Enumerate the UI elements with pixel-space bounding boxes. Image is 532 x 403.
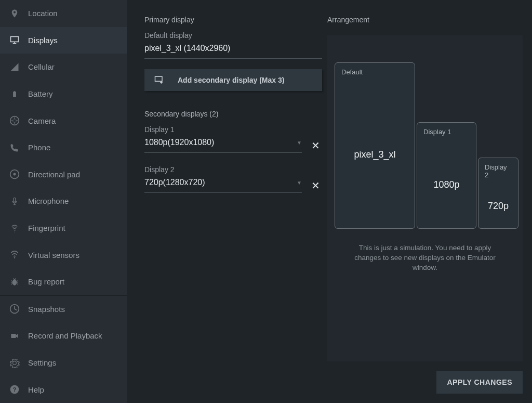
sidebar-item-label: Bug report bbox=[28, 277, 64, 286]
display2-label: Display 2 bbox=[144, 165, 322, 174]
svg-rect-5 bbox=[11, 334, 16, 338]
sidebar-item-bugreport[interactable]: Bug report bbox=[0, 268, 127, 295]
arrangement-display-label: 1080p bbox=[417, 141, 476, 228]
sidebar-item-label: Directional pad bbox=[28, 170, 80, 179]
sidebar-item-settings[interactable]: Settings bbox=[0, 349, 127, 376]
snapshots-icon bbox=[8, 303, 21, 315]
add-display-label: Add secondary display (Max 3) bbox=[178, 76, 284, 84]
sidebar-item-record[interactable]: Record and Playback bbox=[0, 322, 127, 349]
sidebar-item-label: Fingerprint bbox=[28, 224, 65, 232]
display2-row: 720p(1280x720) ▼ ✕ bbox=[144, 178, 322, 193]
sidebar-item-help[interactable]: ? Help bbox=[0, 376, 127, 403]
sidebar-item-label: Help bbox=[28, 385, 44, 394]
displays-icon bbox=[8, 34, 21, 46]
fingerprint-icon bbox=[8, 222, 21, 235]
arrangement-display-title: Display 2 bbox=[478, 158, 518, 184]
svg-rect-8 bbox=[155, 76, 163, 81]
sensors-icon bbox=[8, 249, 21, 261]
sidebar-item-label: Location bbox=[28, 9, 58, 18]
arrangement-display-2[interactable]: Display 2 720p bbox=[478, 158, 518, 229]
primary-display-header: Primary display bbox=[144, 16, 322, 24]
display1-select[interactable]: 1080p(1920x1080) ▼ bbox=[144, 138, 302, 153]
chevron-down-icon: ▼ bbox=[297, 180, 302, 186]
arrangement-display-1[interactable]: Display 1 1080p bbox=[417, 122, 476, 229]
sidebar-item-label: Displays bbox=[28, 36, 58, 45]
display2-select[interactable]: 720p(1280x720) ▼ bbox=[144, 178, 302, 193]
location-icon bbox=[8, 7, 21, 20]
simulation-note: This is just a simulation. You need to a… bbox=[335, 243, 515, 273]
svg-point-3 bbox=[14, 257, 16, 259]
remove-display1-button[interactable]: ✕ bbox=[309, 139, 322, 152]
help-icon: ? bbox=[8, 383, 21, 396]
arrangement-canvas: Default pixel_3_xl Display 1 1080p Displ… bbox=[335, 46, 515, 243]
microphone-icon bbox=[8, 195, 21, 207]
sidebar-item-label: Camera bbox=[28, 116, 56, 125]
default-display-label: Default display bbox=[144, 31, 322, 40]
svg-point-2 bbox=[14, 173, 16, 176]
sidebar-item-sensors[interactable]: Virtual sensors bbox=[0, 241, 127, 268]
left-panel: Primary display Default display pixel_3_… bbox=[144, 16, 322, 394]
right-panel: Arrangement Default pixel_3_xl Display 1… bbox=[327, 16, 523, 394]
sidebar-item-label: Microphone bbox=[28, 197, 69, 205]
sidebar-item-displays[interactable]: Displays bbox=[0, 27, 127, 54]
display1-value: 1080p(1920x1080) bbox=[144, 138, 214, 147]
display2-value: 720p(1280x720) bbox=[144, 178, 205, 187]
arrangement-display-label: pixel_3_xl bbox=[335, 81, 415, 228]
default-display-value: pixel_3_xl (1440x2960) bbox=[144, 44, 322, 59]
arrangement-display-title: Display 1 bbox=[417, 123, 476, 141]
gear-icon bbox=[8, 357, 21, 369]
arrangement-box: Default pixel_3_xl Display 1 1080p Displ… bbox=[327, 35, 523, 361]
sidebar-item-dpad[interactable]: Directional pad bbox=[0, 161, 127, 188]
record-icon bbox=[8, 330, 21, 342]
sidebar-item-label: Virtual sensors bbox=[28, 251, 79, 259]
sidebar-item-camera[interactable]: Camera bbox=[0, 107, 127, 134]
cellular-icon bbox=[8, 61, 21, 73]
arrangement-display-title: Default bbox=[335, 63, 415, 81]
sidebar-item-label: Settings bbox=[28, 358, 56, 367]
apply-changes-button[interactable]: APPLY CHANGES bbox=[436, 371, 523, 394]
apply-row: APPLY CHANGES bbox=[327, 371, 523, 394]
sidebar-item-snapshots[interactable]: Snapshots bbox=[0, 296, 127, 323]
arrangement-display-label: 720p bbox=[478, 184, 518, 228]
sidebar-item-phone[interactable]: Phone bbox=[0, 134, 127, 161]
camera-icon bbox=[8, 114, 21, 127]
arrangement-header: Arrangement bbox=[327, 16, 523, 24]
secondary-displays-header: Secondary displays (2) bbox=[144, 110, 322, 118]
sidebar-item-cellular[interactable]: Cellular bbox=[0, 54, 127, 81]
sidebar-item-label: Snapshots bbox=[28, 305, 65, 314]
display1-row: 1080p(1920x1080) ▼ ✕ bbox=[144, 138, 322, 153]
arrangement-display-default[interactable]: Default pixel_3_xl bbox=[335, 62, 415, 229]
add-secondary-display-button[interactable]: Add secondary display (Max 3) bbox=[144, 69, 322, 91]
svg-text:?: ? bbox=[12, 386, 16, 393]
sidebar-item-battery[interactable]: Battery bbox=[0, 81, 127, 108]
sidebar-item-label: Record and Playback bbox=[28, 331, 102, 340]
sidebar-item-label: Cellular bbox=[28, 62, 55, 71]
add-display-icon bbox=[154, 75, 164, 85]
bug-icon bbox=[8, 276, 21, 288]
phone-icon bbox=[8, 141, 21, 154]
sidebar-item-label: Phone bbox=[28, 143, 50, 152]
sidebar-item-label: Battery bbox=[28, 89, 53, 98]
battery-icon bbox=[8, 88, 21, 100]
dpad-icon bbox=[8, 168, 21, 180]
sidebar-item-microphone[interactable]: Microphone bbox=[0, 188, 127, 215]
chevron-down-icon: ▼ bbox=[297, 140, 302, 146]
display1-label: Display 1 bbox=[144, 125, 322, 134]
main-panel: Primary display Default display pixel_3_… bbox=[127, 0, 532, 403]
sidebar-item-location[interactable]: Location bbox=[0, 0, 127, 27]
remove-display2-button[interactable]: ✕ bbox=[309, 179, 322, 192]
sidebar: Location Displays Cellular Battery Camer… bbox=[0, 0, 127, 403]
sidebar-item-fingerprint[interactable]: Fingerprint bbox=[0, 215, 127, 242]
